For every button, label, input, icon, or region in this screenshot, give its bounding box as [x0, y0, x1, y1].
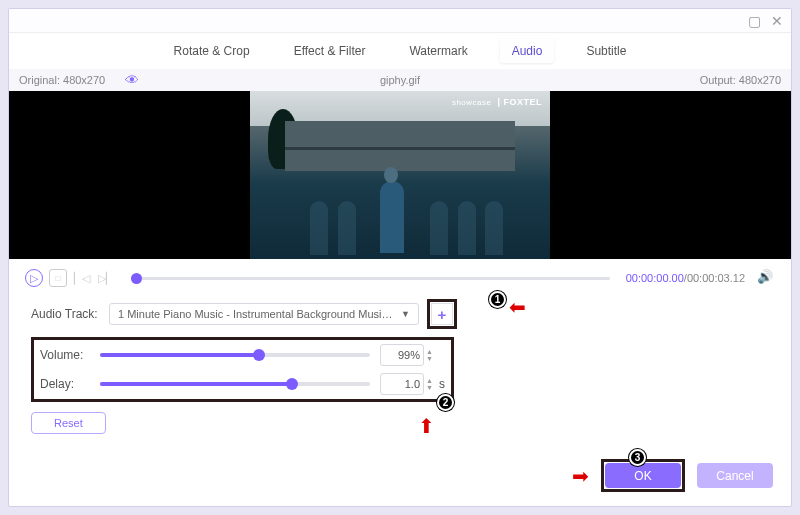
player-controls: ▷ □ ▏◁ ▷▏ 00:00:00.00/00:00:03.12 🔊 [9, 259, 791, 295]
volume-value-field[interactable]: 99% [380, 344, 424, 366]
audio-track-label: Audio Track: [31, 307, 109, 321]
volume-thumb[interactable] [253, 349, 265, 361]
audio-track-row: Audio Track: 1 Minute Piano Music - Inst… [31, 299, 769, 329]
annotation-arrow-3: ➡ [572, 464, 589, 488]
cancel-button[interactable]: Cancel [697, 463, 773, 488]
annotation-arrow-1: ⬅ [509, 295, 526, 319]
next-frame-icon[interactable]: ▷▏ [97, 269, 115, 287]
video-frame: showcase | FOXTEL [250, 91, 550, 259]
delay-slider[interactable] [100, 382, 370, 386]
prev-frame-icon[interactable]: ▏◁ [73, 269, 91, 287]
playhead[interactable] [131, 273, 142, 284]
annotation-badge-1: 1 [489, 291, 506, 308]
app-window: ▢ ✕ Rotate & Crop Effect & Filter Waterm… [8, 8, 792, 507]
delay-label: Delay: [40, 377, 100, 391]
titlebar: ▢ ✕ [9, 9, 791, 33]
annotation-badge-3: 3 [629, 449, 646, 466]
volume-step-up[interactable]: ▲ [426, 348, 433, 355]
delay-value-field[interactable]: 1.0 [380, 373, 424, 395]
volume-slider[interactable] [100, 353, 370, 357]
tab-rotate-crop[interactable]: Rotate & Crop [162, 39, 262, 63]
delay-step-down[interactable]: ▼ [426, 384, 433, 391]
original-dimensions-label: Original: 480x270 [19, 74, 105, 86]
tab-effect-filter[interactable]: Effect & Filter [282, 39, 378, 63]
volume-label: Volume: [40, 348, 100, 362]
tab-subtitle[interactable]: Subtitle [574, 39, 638, 63]
ok-button[interactable]: OK [605, 463, 681, 488]
maximize-icon[interactable]: ▢ [748, 13, 761, 29]
output-dimensions-label: Output: 480x270 [700, 74, 781, 86]
volume-step-down[interactable]: ▼ [426, 355, 433, 362]
annotation-box-2: Volume: 99% ▲ ▼ Delay: 1.0 [31, 337, 454, 402]
delay-step-up[interactable]: ▲ [426, 377, 433, 384]
delay-thumb[interactable] [286, 378, 298, 390]
playback-timeline[interactable] [131, 277, 610, 280]
delay-row: Delay: 1.0 ▲ ▼ s [40, 373, 445, 395]
speaker-icon[interactable]: 🔊 [757, 269, 775, 287]
play-icon[interactable]: ▷ [25, 269, 43, 287]
dialog-footer: 3 ➡ OK Cancel [543, 459, 773, 492]
volume-row: Volume: 99% ▲ ▼ [40, 344, 445, 366]
info-bar: Original: 480x270 👁 giphy.gif Output: 48… [9, 69, 791, 91]
reset-button[interactable]: Reset [31, 412, 106, 434]
add-audio-track-button[interactable]: + [431, 303, 453, 325]
tab-watermark[interactable]: Watermark [397, 39, 479, 63]
audio-panel: Audio Track: 1 Minute Piano Music - Inst… [9, 295, 791, 434]
video-watermark: showcase | FOXTEL [452, 97, 542, 107]
filename-label: giphy.gif [380, 74, 420, 86]
visibility-toggle-icon[interactable]: 👁 [125, 72, 139, 88]
tab-audio[interactable]: Audio [500, 39, 555, 63]
delay-unit-label: s [439, 377, 445, 391]
audio-track-select[interactable]: 1 Minute Piano Music - Instrumental Back… [109, 303, 419, 325]
tab-bar: Rotate & Crop Effect & Filter Watermark … [9, 33, 791, 69]
annotation-box-1: + [427, 299, 457, 329]
timecode: 00:00:00.00/00:00:03.12 [626, 272, 745, 284]
close-icon[interactable]: ✕ [771, 13, 783, 29]
stop-icon[interactable]: □ [49, 269, 67, 287]
chevron-down-icon: ▼ [401, 309, 410, 319]
video-preview-area: showcase | FOXTEL [9, 91, 791, 259]
